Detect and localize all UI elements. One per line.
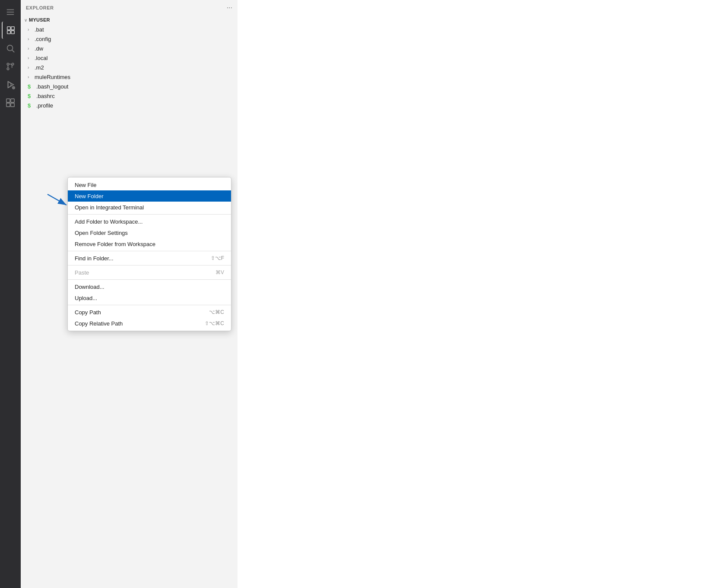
sidebar: EXPLORER ··· ∨ MYUSER › .bat › .config ›… <box>21 0 238 588</box>
svg-rect-18 <box>11 99 14 102</box>
svg-point-11 <box>7 68 9 70</box>
menu-item-new-file[interactable]: New File <box>68 179 231 190</box>
tree-item-config[interactable]: › .config <box>21 34 238 44</box>
svg-rect-4 <box>11 27 14 30</box>
folder-arrow-config: › <box>28 37 32 41</box>
explorer-section: ∨ MYUSER › .bat › .config › .dw › .local… <box>21 15 238 110</box>
menu-item-upload-label: Upload... <box>75 295 97 301</box>
tree-item-muleRuntimes[interactable]: › muleRuntimes <box>21 72 238 82</box>
menu-item-paste-shortcut: ⌘V <box>215 269 224 275</box>
menu-item-copy-path-shortcut: ⌥⌘C <box>209 309 224 315</box>
svg-rect-6 <box>11 31 14 34</box>
menu-item-copy-relative-path[interactable]: Copy Relative Path ⇧⌥⌘C <box>68 318 231 329</box>
menu-divider-5 <box>68 305 231 305</box>
sidebar-header: EXPLORER ··· <box>21 0 238 15</box>
section-label: MYUSER <box>29 17 50 22</box>
tree-item-dw[interactable]: › .dw <box>21 44 238 53</box>
svg-point-7 <box>7 45 13 51</box>
activity-icon-extensions[interactable] <box>2 94 19 111</box>
dollar-icon-bash-logout: $ <box>28 83 34 90</box>
dollar-icon-bashrc: $ <box>28 93 34 99</box>
activity-icon-search[interactable] <box>2 40 19 57</box>
menu-item-paste-label: Paste <box>75 269 89 276</box>
menu-item-copy-path-label: Copy Path <box>75 309 101 316</box>
tree-item-bash-logout[interactable]: $ .bash_logout <box>21 82 238 91</box>
menu-item-download[interactable]: Download... <box>68 281 231 292</box>
menu-item-copy-path[interactable]: Copy Path ⌥⌘C <box>68 307 231 318</box>
menu-item-remove-folder-workspace-label: Remove Folder from Workspace <box>75 241 155 247</box>
activity-bar <box>0 0 21 588</box>
menu-item-add-folder-workspace[interactable]: Add Folder to Workspace... <box>68 216 231 227</box>
menu-item-add-folder-workspace-label: Add Folder to Workspace... <box>75 218 142 225</box>
menu-item-find-in-folder[interactable]: Find in Folder... ⇧⌥F <box>68 253 231 264</box>
svg-rect-20 <box>11 103 14 107</box>
activity-icon-hamburger[interactable] <box>2 3 19 21</box>
svg-line-22 <box>48 194 66 205</box>
vscode-window: EXPLORER ··· ∨ MYUSER › .bat › .config ›… <box>0 0 238 588</box>
menu-item-download-label: Download... <box>75 284 104 290</box>
menu-item-upload[interactable]: Upload... <box>68 292 231 303</box>
menu-item-new-folder-label: New Folder <box>75 193 103 199</box>
svg-line-8 <box>12 50 14 52</box>
dollar-icon-profile: $ <box>28 102 34 109</box>
menu-item-find-in-folder-shortcut: ⇧⌥F <box>211 255 224 261</box>
folder-arrow-muleRuntimes: › <box>28 75 32 79</box>
activity-icon-run[interactable] <box>2 76 19 93</box>
folder-arrow-local: › <box>28 56 32 60</box>
menu-item-find-in-folder-label: Find in Folder... <box>75 255 114 262</box>
tree-item-profile[interactable]: $ .profile <box>21 101 238 110</box>
menu-item-paste: Paste ⌘V <box>68 267 231 278</box>
tree-item-m2[interactable]: › .m2 <box>21 63 238 72</box>
menu-item-open-folder-settings[interactable]: Open Folder Settings <box>68 227 231 238</box>
menu-divider-3 <box>68 265 231 266</box>
section-chevron: ∨ <box>24 18 27 22</box>
menu-item-remove-folder-workspace[interactable]: Remove Folder from Workspace <box>68 238 231 250</box>
svg-point-9 <box>7 63 9 65</box>
activity-icon-source-control[interactable] <box>2 58 19 75</box>
sidebar-title: EXPLORER <box>26 5 54 10</box>
folder-arrow-dw: › <box>28 46 32 51</box>
svg-rect-19 <box>6 103 10 107</box>
activity-icon-explorer[interactable] <box>2 22 19 39</box>
menu-item-copy-relative-path-label: Copy Relative Path <box>75 320 123 327</box>
svg-rect-5 <box>7 31 10 34</box>
menu-item-open-folder-settings-label: Open Folder Settings <box>75 230 128 236</box>
tree-item-bat[interactable]: › .bat <box>21 25 238 34</box>
section-header-myuser[interactable]: ∨ MYUSER <box>21 15 238 25</box>
tree-item-local[interactable]: › .local <box>21 53 238 63</box>
menu-item-new-folder[interactable]: New Folder <box>68 190 231 202</box>
arrow-pointer <box>47 192 70 209</box>
sidebar-more-button[interactable]: ··· <box>227 4 232 12</box>
svg-rect-3 <box>7 27 10 30</box>
menu-item-copy-relative-path-shortcut: ⇧⌥⌘C <box>205 320 224 326</box>
svg-rect-17 <box>6 99 10 102</box>
context-menu: New File New Folder Open in Integrated T… <box>67 177 231 331</box>
folder-arrow-bat: › <box>28 27 32 32</box>
menu-divider-1 <box>68 214 231 215</box>
folder-arrow-m2: › <box>28 65 32 70</box>
tree-item-bashrc[interactable]: $ .bashrc <box>21 91 238 101</box>
menu-item-new-file-label: New File <box>75 182 97 188</box>
menu-divider-2 <box>68 251 231 251</box>
menu-item-open-terminal[interactable]: Open in Integrated Terminal <box>68 202 231 213</box>
menu-divider-4 <box>68 279 231 280</box>
menu-item-open-terminal-label: Open in Integrated Terminal <box>75 204 144 211</box>
